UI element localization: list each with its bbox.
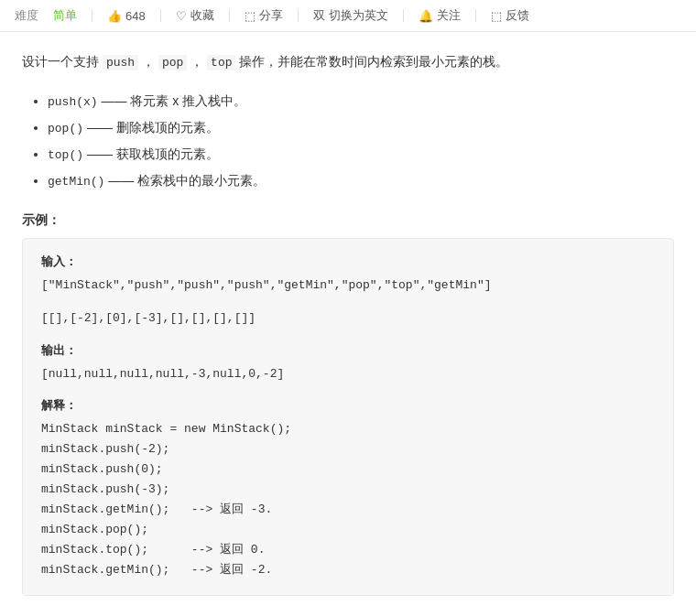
follow-label: 关注 (437, 7, 461, 24)
divider-5 (403, 9, 404, 22)
follow-button[interactable]: 🔔 关注 (419, 7, 461, 24)
translate-label: 切换为英文 (329, 7, 388, 24)
input-line2: [[],[-2],[0],[-3],[],[],[],[]] (41, 308, 655, 329)
share-button[interactable]: ⬚ 分享 (245, 7, 283, 24)
share-icon: ⬚ (245, 9, 256, 23)
input-line1: ["MinStack","push","push","push","getMin… (41, 276, 655, 296)
translate-button[interactable]: 双 切换为英文 (313, 7, 388, 24)
difficulty-value: 简单 (53, 7, 77, 24)
share-label: 分享 (259, 7, 283, 24)
output-title: 输出： (41, 342, 655, 359)
like-count: 648 (125, 9, 146, 23)
operations-list: push(x) —— 将元素 x 推入栈中。 pop() —— 删除栈顶的元素。… (22, 88, 674, 194)
list-item: getMin() —— 检索栈中的最小元素。 (48, 168, 674, 194)
divider-6 (475, 9, 476, 22)
divider-4 (298, 9, 299, 22)
input-title: 输入： (41, 254, 655, 270)
collect-button[interactable]: ♡ 收藏 (176, 7, 214, 24)
divider-3 (229, 9, 230, 22)
example-section-title: 示例： (22, 212, 674, 229)
main-content: 设计一个支持 push ， pop ， top 操作，并能在常数时间内检索到最小… (0, 32, 696, 616)
list-item: push(x) —— 将元素 x 推入栈中。 (48, 88, 674, 114)
divider-1 (92, 9, 92, 22)
toolbar: 难度 简单 👍 648 ♡ 收藏 ⬚ 分享 双 切换为英文 🔔 关注 ⬚ 反馈 (0, 0, 696, 32)
explain-title: 解释： (41, 397, 655, 414)
list-item: pop() —— 删除栈顶的元素。 (48, 114, 674, 141)
heart-icon: ♡ (176, 9, 187, 23)
translate-icon: 双 (313, 7, 325, 24)
output-value: [null,null,null,null,-3,null,0,-2] (41, 364, 655, 384)
thumb-icon: 👍 (107, 9, 122, 23)
explain-code: MinStack minStack = new MinStack(); minS… (41, 419, 655, 581)
feedback-button[interactable]: ⬚ 反馈 (491, 7, 529, 24)
difficulty-label: 难度 (15, 7, 38, 24)
like-button[interactable]: 👍 648 (107, 9, 146, 23)
feedback-label: 反馈 (506, 7, 529, 24)
problem-description: 设计一个支持 push ， pop ， top 操作，并能在常数时间内检索到最小… (22, 50, 674, 73)
list-item: top() —— 获取栈顶的元素。 (48, 141, 674, 168)
example-box: 输入： ["MinStack","push","push","push","ge… (22, 238, 674, 596)
feedback-icon: ⬚ (491, 9, 502, 23)
divider-2 (160, 9, 161, 22)
bell-icon: 🔔 (419, 9, 433, 23)
collect-label: 收藏 (190, 7, 214, 24)
